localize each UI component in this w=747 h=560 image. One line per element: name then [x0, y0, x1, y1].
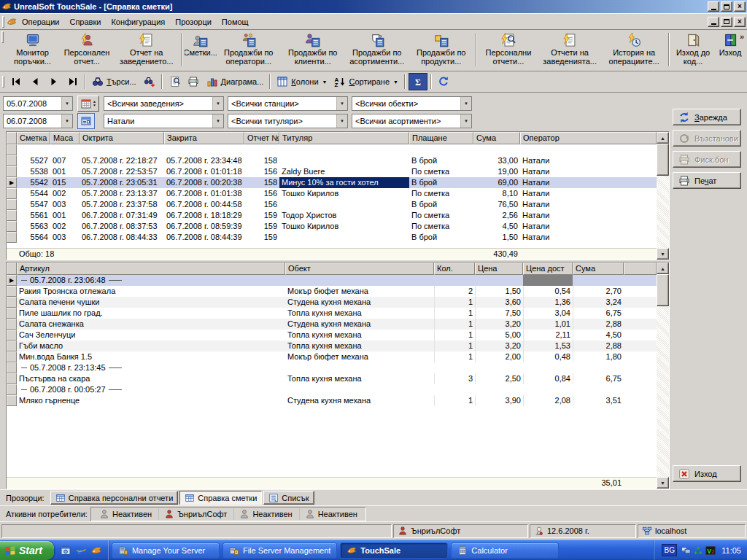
task-button-2[interactable]: File Server Management — [222, 542, 337, 559]
items-scrollbar[interactable]: ▲▼ — [657, 262, 669, 489]
table-row[interactable]: Пиле шашлик по град.Топла кухня механа17… — [7, 308, 657, 319]
table-row[interactable]: ▶554201505.7.2008 г. 23:05:3106.7.2008 г… — [7, 177, 657, 188]
table-row[interactable]: 556400306.7.2008 г. 08:44:3306.7.2008 г.… — [7, 232, 657, 243]
filter-combo-r1-2[interactable]: <Всички обекти>▼ — [352, 96, 472, 111]
task-button-1[interactable]: Manage Your Server — [112, 542, 220, 559]
filter-combo-r2-0[interactable]: Натали▼ — [104, 114, 224, 128]
column-header-3[interactable]: Кол. — [434, 262, 475, 275]
column-header-8[interactable]: Сума — [473, 132, 520, 144]
bills-button[interactable]: Сметки... — [185, 31, 217, 69]
totals-toggle-button[interactable]: Σ — [409, 73, 427, 90]
active-user-3[interactable]: Неактивен — [233, 508, 297, 520]
task-button-4[interactable]: Calculator — [451, 542, 559, 559]
active-user-4[interactable]: Неактивен — [299, 508, 363, 520]
column-header-5[interactable]: Отчет № — [244, 132, 279, 144]
diagram-button[interactable]: Диаграма... — [204, 73, 267, 90]
table-row[interactable] — [7, 144, 657, 155]
window-tab-2[interactable]: Справка сметки — [179, 491, 262, 505]
toolbar-grip[interactable] — [1, 31, 4, 43]
combo-dropdown-icon[interactable]: ▼ — [460, 114, 471, 128]
exit-to-code-button[interactable]: Изход до код... — [672, 31, 714, 69]
table-row[interactable]: Ракия Троянска отлежалаМокър бюфет механ… — [7, 286, 657, 297]
scroll-up-button[interactable]: ▲ — [657, 132, 669, 144]
menu-item-1[interactable]: Операции — [17, 15, 64, 28]
column-header-3[interactable]: Октрита — [80, 132, 164, 144]
group-row[interactable]: ▶05.7.2008 г. 23:06:48 — [7, 275, 657, 286]
language-indicator[interactable]: BG — [662, 544, 677, 556]
date-to-dropdown-icon[interactable]: ▼ — [61, 114, 72, 128]
toolbar-grip[interactable] — [2, 16, 4, 28]
print-preview-button[interactable] — [166, 73, 183, 90]
mdi-restore-button[interactable] — [721, 17, 732, 27]
combo-dropdown-icon[interactable]: ▼ — [460, 97, 471, 110]
table-row[interactable]: Сач ЗеленчуциТопла кухня механа15,002,11… — [7, 330, 657, 341]
table-row[interactable]: Мин.вода Банкя 1.5Мокър бюфет механа12,0… — [7, 351, 657, 362]
column-header-7[interactable]: Плащане — [409, 132, 473, 144]
bills-scrollbar[interactable]: ▲▼ — [657, 132, 669, 260]
next-record-button[interactable] — [45, 73, 63, 90]
sort-button[interactable]: AZСортиране▼ — [331, 73, 401, 90]
window-tab-3[interactable]: Списък — [263, 491, 314, 505]
task-button-3[interactable]: TouchSale — [340, 542, 448, 559]
sales-by-assortments-button[interactable]: Продажби по асортименти... — [345, 31, 409, 69]
v2-icon[interactable]: V2 — [705, 545, 716, 556]
active-user-1[interactable]: Неактивен — [94, 508, 157, 520]
mdi-close-button[interactable]: × — [734, 17, 746, 27]
date-to-field[interactable]: 06.07.2008 ▼ — [3, 114, 73, 128]
group-row[interactable]: 05.7.2008 г. 23:13:45 — [7, 362, 657, 373]
column-header-5[interactable]: Цена дост — [523, 262, 573, 275]
sales-by-products-button[interactable]: Продажби по продукти... — [409, 31, 473, 69]
table-row[interactable]: 554400205.7.2008 г. 23:13:3706.7.2008 г.… — [7, 188, 657, 199]
exit-bottom-button[interactable]: Изход — [673, 465, 741, 482]
scroll-thumb[interactable] — [657, 274, 669, 306]
search-add-button[interactable] — [141, 73, 158, 90]
search-button[interactable]: Търси... — [89, 73, 139, 90]
sales-by-operators-button[interactable]: Продажби по оператори... — [217, 31, 281, 69]
load-button[interactable]: Зарежда — [673, 109, 741, 125]
mdi-minimize-button[interactable] — [708, 17, 719, 27]
table-row[interactable]: Салата печени чушкиСтудена кухня механа1… — [7, 297, 657, 308]
table-row[interactable]: Мляко гърненцеСтудена кухня механа13,902… — [7, 395, 657, 406]
greennet-icon[interactable] — [693, 545, 703, 556]
column-header-9[interactable]: Оператор — [520, 132, 657, 144]
prev-record-button[interactable] — [26, 73, 44, 90]
toolbar-grip[interactable] — [2, 76, 4, 88]
table-row[interactable]: 552700705.7.2008 г. 22:18:2705.7.2008 г.… — [7, 155, 657, 166]
table-row[interactable]: 554700305.7.2008 г. 23:37:5806.7.2008 г.… — [7, 199, 657, 210]
mdi-child-icon[interactable] — [7, 17, 17, 27]
column-header-2[interactable]: Маса — [50, 132, 80, 144]
calendar-button[interactable]: ▲▼ — [77, 96, 99, 112]
last-record-button[interactable] — [64, 73, 82, 90]
start-button[interactable]: Start — [0, 541, 54, 560]
table-row[interactable]: 556300206.7.2008 г. 08:37:5306.7.2008 г.… — [7, 221, 657, 232]
column-header-4[interactable]: Цена — [475, 262, 523, 275]
table-row[interactable]: Гъби маслоТопла кухня механа13,201,532,8… — [7, 341, 657, 351]
column-header-1[interactable]: Артикул — [17, 262, 285, 275]
refresh-button[interactable] — [435, 73, 452, 90]
menu-item-4[interactable]: Прозорци — [170, 15, 217, 28]
sales-by-clients-button[interactable]: Продажби по клиенти... — [281, 31, 345, 69]
quick-print-button[interactable] — [185, 73, 202, 90]
scroll-up-button[interactable]: ▲ — [657, 262, 669, 274]
combo-dropdown-icon[interactable]: ▼ — [212, 114, 223, 128]
venue-report-button[interactable]: Отчет на заведението... — [115, 31, 179, 69]
toolbar-overflow-chevron[interactable]: » — [740, 32, 744, 41]
date-from-field[interactable]: 05.07.2008 ▼ — [3, 96, 73, 111]
filter-combo-r2-2[interactable]: <Всички асортименти>▼ — [352, 114, 472, 128]
combo-dropdown-icon[interactable]: ▼ — [336, 97, 347, 110]
monitor-orders-button[interactable]: Монитор поръчки... — [6, 31, 60, 69]
group-row[interactable]: 06.7.2008 г. 00:05:27 — [7, 384, 657, 395]
personal-report-button[interactable]: Персонален отчет... — [59, 31, 114, 69]
combo-dropdown-icon[interactable]: ▼ — [336, 114, 347, 128]
active-user-2[interactable]: ЪнриълСофт — [158, 508, 232, 520]
close-button[interactable]: × — [734, 1, 746, 12]
table-row[interactable]: 556100106.7.2008 г. 07:31:4906.7.2008 г.… — [7, 210, 657, 221]
restore-button[interactable] — [721, 1, 732, 12]
menu-item-3[interactable]: Конфигурация — [106, 15, 170, 28]
print-button[interactable]: Печат — [673, 172, 741, 189]
computers-icon[interactable] — [681, 545, 691, 556]
table-row[interactable]: Салата снежанкаСтудена кухня механа13,20… — [7, 319, 657, 330]
first-record-button[interactable] — [7, 73, 25, 90]
table-row[interactable]: Пъстърва на скараТопла кухня механа32,50… — [7, 373, 657, 384]
card-view-button[interactable] — [77, 113, 95, 129]
